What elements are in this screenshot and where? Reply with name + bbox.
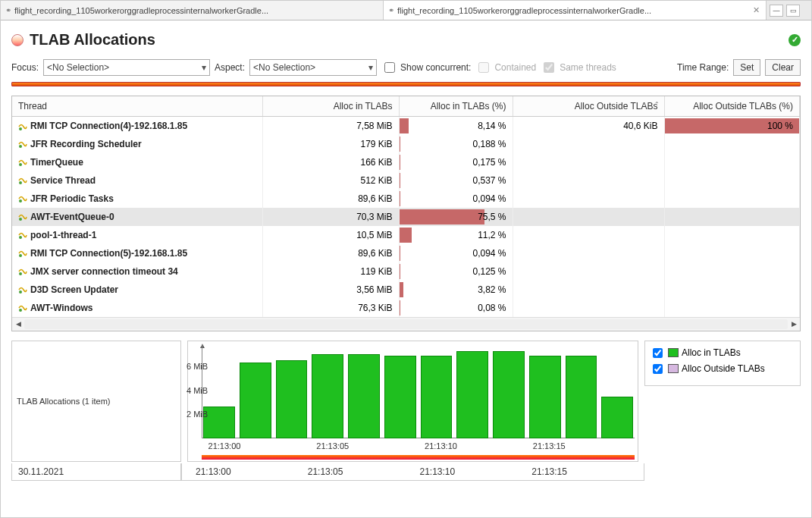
focus-select[interactable]: <No Selection> xyxy=(43,59,210,76)
chart-date: 30.11.2021 xyxy=(11,463,181,481)
table-row[interactable]: Service Thread512 KiB0,537 % xyxy=(12,171,800,190)
alloc-in-cell: 89,6 KiB xyxy=(262,244,399,262)
table-row[interactable]: AWT-Windows76,3 KiB0,08 % xyxy=(12,299,800,317)
checkbox[interactable] xyxy=(384,62,395,73)
svg-point-1 xyxy=(19,145,22,148)
thread-icon xyxy=(18,285,27,294)
svg-point-8 xyxy=(19,272,22,275)
alloc-out-pct-cell xyxy=(664,171,800,190)
time-label: 21:13:15 xyxy=(531,466,644,477)
alloc-out-cell xyxy=(513,281,664,299)
scroll-track[interactable] xyxy=(24,319,788,329)
thread-cell: TimerQueue xyxy=(12,153,262,171)
y-tick: 6 MiB xyxy=(187,362,199,371)
range-bar[interactable] xyxy=(11,82,801,86)
tab-recording-2[interactable]: ⚭ flight_recording_1105workerorggradlepr… xyxy=(384,1,767,20)
aspect-select[interactable]: <No Selection> xyxy=(249,59,377,76)
alloc-out-cell xyxy=(513,244,664,262)
thread-icon xyxy=(18,303,27,312)
alloc-in-pct-cell: 0,175 % xyxy=(399,153,513,171)
alloc-in-cell: 89,6 KiB xyxy=(262,190,399,208)
table-row[interactable]: RMI TCP Connection(5)-192.168.1.8589,6 K… xyxy=(12,244,800,262)
set-button[interactable]: Set xyxy=(733,59,760,76)
link-icon: ⚭ xyxy=(388,6,394,14)
alloc-out-pct-cell xyxy=(664,244,800,262)
table-scrollbar[interactable]: ◀ ▶ xyxy=(12,317,800,331)
alloc-out-cell xyxy=(513,153,664,171)
thread-icon xyxy=(18,212,27,221)
maximize-button[interactable]: ▭ xyxy=(786,5,800,17)
page-title: TLAB Allocations xyxy=(30,31,782,49)
table-row[interactable]: TimerQueue166 KiB0,175 % xyxy=(12,153,800,171)
table-row[interactable]: pool-1-thread-110,5 MiB11,2 % xyxy=(12,226,800,244)
thread-icon xyxy=(18,158,27,167)
minimize-button[interactable]: — xyxy=(770,5,783,17)
legend-item-out[interactable]: Alloc Outside TLABs xyxy=(650,362,795,376)
svg-point-6 xyxy=(19,236,22,239)
legend-swatch xyxy=(668,364,679,373)
thread-cell: RMI TCP Connection(5)-192.168.1.85 xyxy=(12,244,262,262)
thread-icon xyxy=(18,176,27,185)
tab-recording-1[interactable]: ⚭ flight_recording_1105workerorggradlepr… xyxy=(1,1,384,20)
alloc-out-cell xyxy=(513,226,664,244)
thread-icon xyxy=(18,140,27,149)
svg-point-9 xyxy=(19,290,22,294)
alloc-in-pct-cell: 8,14 % xyxy=(399,117,513,135)
x-tick: 21:13:00 xyxy=(208,441,241,451)
alloc-out-cell xyxy=(513,190,664,208)
col-alloc-out[interactable]: Alloc Outside TLABs⌃ xyxy=(513,96,664,117)
thread-cell: pool-1-thread-1 xyxy=(12,226,262,244)
alloc-out-cell xyxy=(513,262,664,281)
col-alloc-in-pct[interactable]: Alloc in TLABs (%) xyxy=(399,96,513,117)
alloc-in-cell: 76,3 KiB xyxy=(262,299,399,317)
alloc-out-pct-cell xyxy=(664,153,800,171)
table-row[interactable]: JFR Recording Scheduler179 KiB0,188 % xyxy=(12,135,800,153)
thread-cell: RMI TCP Connection(4)-192.168.1.85 xyxy=(12,117,262,135)
table-row[interactable]: RMI TCP Connection(4)-192.168.1.857,58 M… xyxy=(12,117,800,135)
chart-bar xyxy=(529,356,561,438)
thread-cell: JFR Periodic Tasks xyxy=(12,190,262,208)
time-range-bar[interactable] xyxy=(202,455,635,460)
thread-cell: JMX server connection timeout 34 xyxy=(12,262,262,281)
show-concurrent-checkbox[interactable]: Show concurrent: xyxy=(381,60,471,75)
alloc-in-pct-cell: 0,537 % xyxy=(399,171,513,190)
alloc-in-pct-cell: 0,08 % xyxy=(399,299,513,317)
aspect-label: Aspect: xyxy=(215,62,245,73)
link-icon: ⚭ xyxy=(5,6,11,14)
col-alloc-out-pct[interactable]: Alloc Outside TLABs (%) xyxy=(664,96,800,117)
clear-button[interactable]: Clear xyxy=(765,59,801,76)
alloc-out-pct-cell xyxy=(664,208,800,226)
scroll-left-icon[interactable]: ◀ xyxy=(12,318,24,331)
x-axis-labels: 21:13:0021:13:0521:13:1021:13:15 xyxy=(202,441,635,451)
alloc-out-cell xyxy=(513,135,664,153)
alloc-in-pct-cell: 0,125 % xyxy=(399,262,513,281)
alloc-in-pct-cell: 0,094 % xyxy=(399,190,513,208)
svg-point-10 xyxy=(19,309,22,312)
alloc-in-pct-cell: 75,5 % xyxy=(399,208,513,226)
alloc-out-pct-cell xyxy=(664,281,800,299)
chart-bar xyxy=(276,360,308,438)
chart-bar xyxy=(421,356,453,438)
col-thread[interactable]: Thread xyxy=(12,96,262,117)
table-row[interactable]: JMX server connection timeout 34119 KiB0… xyxy=(12,262,800,281)
page-header: TLAB Allocations ✓ xyxy=(1,20,811,56)
table-row[interactable]: JFR Periodic Tasks89,6 KiB0,094 % xyxy=(12,190,800,208)
scroll-right-icon[interactable]: ▶ xyxy=(788,318,800,331)
alloc-in-cell: 7,58 MiB xyxy=(262,117,399,135)
legend-checkbox[interactable] xyxy=(653,348,663,358)
svg-point-0 xyxy=(19,127,22,130)
col-alloc-in[interactable]: Alloc in TLABs xyxy=(262,96,399,117)
chart-legend: Alloc in TLABs Alloc Outside TLABs xyxy=(644,341,801,386)
close-icon[interactable]: ✕ xyxy=(751,5,761,15)
table-row[interactable]: D3D Screen Updater3,56 MiB3,82 % xyxy=(12,281,800,299)
thread-cell: D3D Screen Updater xyxy=(12,281,262,299)
allocation-chart[interactable]: ▲ 21:13:0021:13:0521:13:1021:13:15 2 MiB… xyxy=(187,341,638,462)
alloc-in-cell: 119 KiB xyxy=(262,262,399,281)
window-buttons: — ▭ xyxy=(767,5,803,17)
legend-checkbox[interactable] xyxy=(653,364,663,374)
svg-point-2 xyxy=(19,163,22,166)
table-row[interactable]: AWT-EventQueue-070,3 MiB75,5 % xyxy=(12,208,800,226)
chart-left-panel: TLAB Allocations (1 item) xyxy=(11,341,181,462)
time-label: 21:13:10 xyxy=(420,466,532,477)
legend-item-in[interactable]: Alloc in TLABs xyxy=(650,346,795,360)
